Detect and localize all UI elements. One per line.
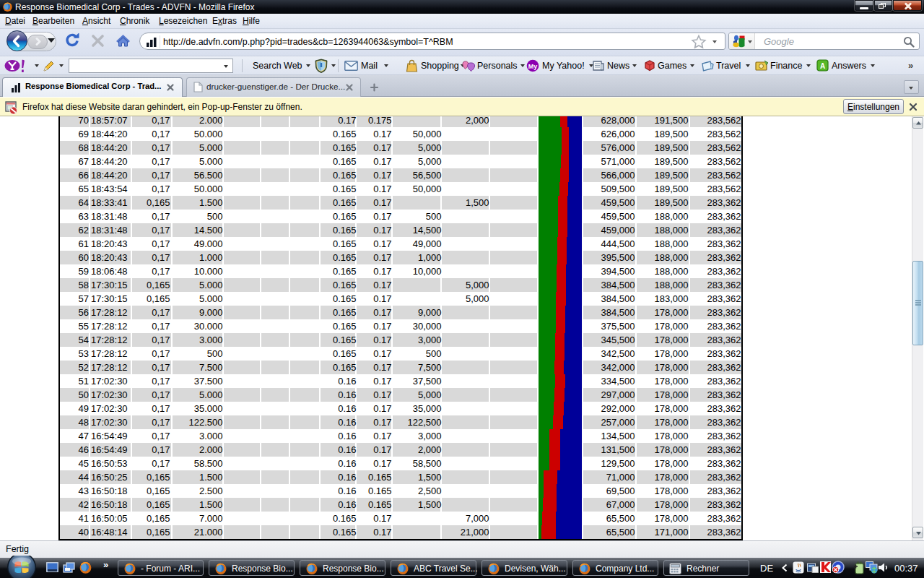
svg-text:My: My [528,63,538,70]
svg-text:A: A [820,62,825,70]
